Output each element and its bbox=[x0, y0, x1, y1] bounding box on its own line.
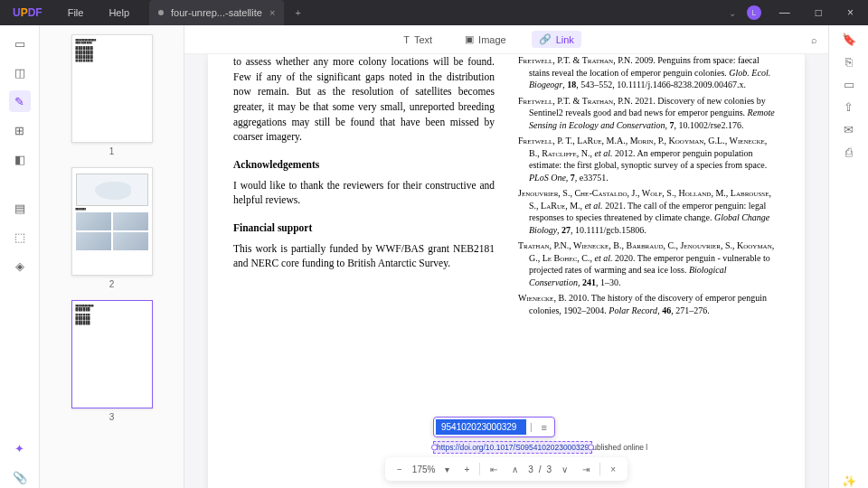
zoom-out-button[interactable]: − bbox=[392, 463, 407, 476]
last-page-button[interactable]: ⇥ bbox=[578, 463, 594, 476]
close-bar-button[interactable]: × bbox=[606, 463, 620, 476]
app-logo: UPDF bbox=[0, 6, 55, 19]
reference-item: Jenouvrier, S., Che-Castaldo, J., Wolf, … bbox=[518, 187, 779, 236]
ai-icon[interactable]: ✦ bbox=[9, 437, 31, 459]
body-para: to assess whether any more colony locati… bbox=[233, 54, 495, 145]
fin-heading: Financial support bbox=[233, 221, 495, 236]
thumbnail-panel: ████████████████████ ████ ██████ ███ ██ … bbox=[40, 25, 184, 488]
page-organize-icon[interactable]: ▤ bbox=[9, 197, 31, 219]
email-icon[interactable]: ✉ bbox=[844, 123, 854, 136]
fin-para: This work is partially funded by WWF/BAS… bbox=[233, 241, 495, 271]
link-tool[interactable]: 🔗Link bbox=[532, 31, 581, 48]
comment-icon[interactable]: ◧ bbox=[9, 148, 31, 170]
reference-item: Trathan, P.N., Wienecke, B., Barbraud, C… bbox=[518, 239, 779, 288]
reference-item: Fretwell, P. T., LaRue, M.A., Morin, P.,… bbox=[518, 135, 779, 183]
link-trail-text: ublished online l bbox=[592, 443, 647, 452]
ack-para: I would like to thank the reviewers for … bbox=[233, 178, 495, 208]
crop-icon[interactable]: ⬚ bbox=[9, 226, 31, 248]
link-properties-button[interactable]: ≡ bbox=[536, 422, 552, 433]
thumb-label-3: 3 bbox=[49, 412, 175, 422]
left-tool-rail: ▭ ◫ ✎ ⊞ ◧ ▤ ⬚ ◈ ✦ 📎 bbox=[0, 25, 40, 488]
reference-item: Wienecke, B. 2010. The history of the di… bbox=[518, 292, 779, 316]
thumbnail-page-2[interactable]: ████████ bbox=[71, 167, 153, 276]
link-sep: | bbox=[526, 422, 536, 432]
thumbnails-icon[interactable]: ▭ bbox=[9, 33, 31, 54]
tab-add-button[interactable]: + bbox=[284, 7, 311, 18]
ack-heading: Acknowledgements bbox=[233, 157, 495, 173]
menu-help[interactable]: Help bbox=[96, 7, 142, 18]
window-close-button[interactable]: × bbox=[840, 6, 861, 19]
chevron-down-icon[interactable]: ⌄ bbox=[729, 8, 736, 18]
first-page-button[interactable]: ⇤ bbox=[486, 463, 502, 476]
link-edit-popup: | ≡ https://doi.org/10.1017/S09541020230… bbox=[433, 417, 647, 454]
prev-page-button[interactable]: ∧ bbox=[507, 463, 523, 476]
ai-assist-icon[interactable]: ✨ bbox=[842, 474, 856, 488]
link-icon: 🔗 bbox=[539, 33, 552, 45]
image-tool[interactable]: ▣Image bbox=[458, 31, 514, 48]
page-current[interactable]: 3 bbox=[528, 465, 533, 474]
zoom-dropdown-icon[interactable]: ▾ bbox=[440, 463, 454, 476]
tab-dot-icon bbox=[158, 10, 164, 15]
page-sep: / bbox=[539, 465, 542, 474]
watermark-icon[interactable]: ◈ bbox=[9, 255, 31, 277]
text-icon: T bbox=[403, 34, 410, 45]
edit-icon[interactable]: ✎ bbox=[9, 90, 31, 112]
window-minimize-button[interactable]: — bbox=[772, 6, 797, 19]
thumb-label-2: 2 bbox=[49, 279, 175, 289]
reference-item: Fretwell, P.T. & Trathan, P.N. 2021. Dis… bbox=[518, 95, 779, 132]
menu-file[interactable]: File bbox=[55, 7, 97, 18]
right-tool-rail: 🔖 ⎘ ▭ ⇧ ✉ ⎙ ✨ bbox=[828, 25, 868, 488]
link-url-input[interactable] bbox=[436, 419, 526, 435]
zoom-in-button[interactable]: + bbox=[459, 463, 474, 476]
user-avatar[interactable]: L bbox=[747, 5, 761, 20]
next-page-button[interactable]: ∨ bbox=[557, 463, 572, 476]
attachment-icon[interactable]: 📎 bbox=[9, 466, 31, 488]
reader-icon[interactable]: ◫ bbox=[9, 61, 31, 83]
tab-title: four-unrep...-satellite bbox=[171, 7, 262, 18]
ocr-icon[interactable]: ⊞ bbox=[9, 119, 31, 141]
bookmark-icon[interactable]: 🔖 bbox=[842, 33, 856, 46]
print-icon[interactable]: ⎙ bbox=[845, 145, 853, 159]
thumb-label-1: 1 bbox=[49, 146, 175, 156]
zoom-level[interactable]: 175% bbox=[412, 465, 436, 474]
view-controls-bar: − 175% ▾ + ⇤ ∧ 3 / 3 ∨ ⇥ × bbox=[385, 457, 627, 481]
thumbnail-page-1[interactable]: ████████████████████ ████ ██████ ███ ██ … bbox=[71, 34, 153, 143]
share-icon[interactable]: ⇧ bbox=[844, 100, 854, 114]
search-icon[interactable]: ⌕ bbox=[811, 34, 817, 45]
page-total: 3 bbox=[547, 465, 552, 474]
window-maximize-button[interactable]: □ bbox=[808, 6, 829, 19]
link-selection-box[interactable]: https://doi.org/10.1017/S095410202300032… bbox=[433, 441, 592, 454]
form-icon[interactable]: ▭ bbox=[844, 78, 854, 91]
tab-close-icon[interactable]: × bbox=[269, 7, 275, 18]
image-icon: ▣ bbox=[465, 33, 474, 45]
export-icon[interactable]: ⎘ bbox=[845, 55, 853, 69]
thumbnail-page-3[interactable]: ████████████████ ███ ██ █████ ███ ██ ███… bbox=[71, 300, 153, 408]
text-tool[interactable]: TText bbox=[396, 32, 439, 48]
reference-item: Fretwell, P.T. & Trathan, P.N. 2009. Pen… bbox=[518, 54, 779, 91]
edit-toolbar: TText ▣Image 🔗Link ⌕ bbox=[184, 25, 828, 54]
document-tab[interactable]: four-unrep...-satellite × bbox=[149, 0, 284, 25]
